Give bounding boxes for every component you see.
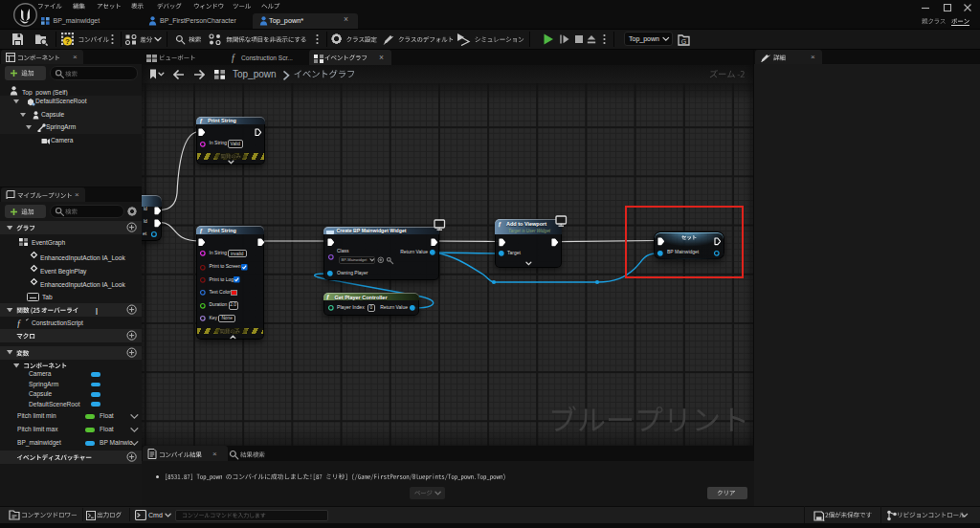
svg-text:f: f xyxy=(17,319,21,328)
svg-text:G: G xyxy=(681,37,686,44)
svg-text:?: ? xyxy=(65,37,70,46)
